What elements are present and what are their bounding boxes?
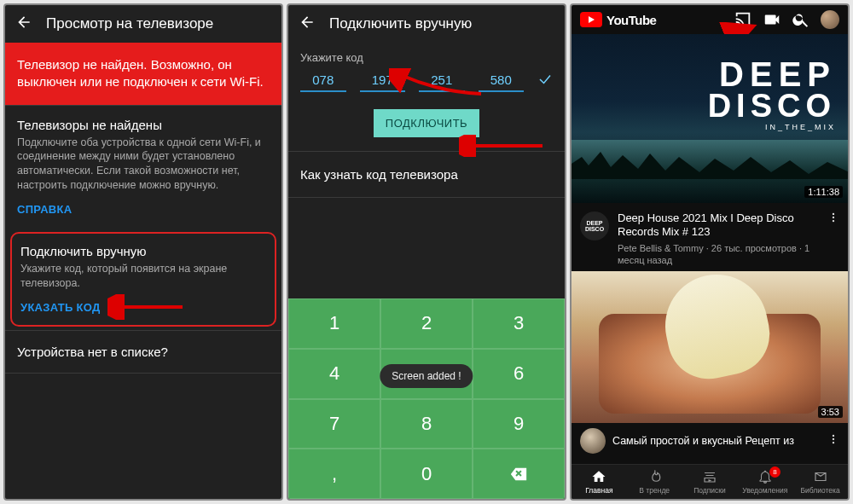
connect-button[interactable]: ПОДКЛЮЧИТЬ [374, 109, 479, 137]
youtube-top-bar: YouTube [572, 5, 848, 34]
video-info-row-2[interactable]: Самый простой и вкусный Рецепт из [572, 423, 848, 454]
duration-badge: 3:53 [818, 406, 843, 418]
section-body: Укажите код, который появится на экране … [20, 262, 266, 291]
video-title: Самый простой и вкусный Рецепт из [612, 435, 821, 447]
more-icon[interactable] [827, 433, 839, 449]
numeric-keypad: 1 2 3 4 5 6 7 8 9 , 0 [288, 298, 565, 499]
key-7[interactable]: 7 [288, 399, 380, 449]
key-9[interactable]: 9 [473, 399, 565, 449]
key-comma[interactable]: , [288, 449, 380, 499]
key-3[interactable]: 3 [473, 298, 565, 349]
phone-screen-2: Подключить вручную Укажите код 078 197 2… [287, 3, 566, 501]
key-2[interactable]: 2 [380, 298, 473, 349]
svg-point-5 [833, 442, 834, 443]
page-title: Просмотр на телевизоре [46, 15, 213, 32]
youtube-logo[interactable]: YouTube [580, 12, 656, 27]
brand-text: YouTube [606, 13, 656, 27]
back-icon[interactable] [299, 14, 316, 34]
code-input-row: 078 197 251 580 [300, 69, 553, 92]
field-label: Укажите код [300, 51, 553, 64]
code-field-4[interactable]: 580 [479, 69, 525, 92]
section-body: Подключите оба устройства к одной сети W… [17, 136, 270, 194]
silhouette-decoration [572, 148, 850, 179]
app-bar: Просмотр на телевизоре [5, 5, 281, 43]
video-title: Deep House 2021 Mix I Deep Disco Records… [618, 211, 819, 240]
search-icon[interactable] [792, 10, 810, 29]
section-title: Подключить вручную [20, 244, 266, 258]
check-icon [537, 72, 553, 90]
spacer [5, 373, 281, 499]
help-link[interactable]: СПРАВКА [17, 203, 72, 216]
svg-point-1 [833, 217, 834, 218]
svg-point-2 [833, 220, 834, 222]
code-field-3[interactable]: 251 [419, 69, 465, 92]
app-bar: Подключить вручную [288, 5, 565, 43]
section-title: Телевизоры не найдены [17, 118, 270, 132]
channel-avatar[interactable] [580, 428, 606, 454]
connect-manually-section[interactable]: Подключить вручную Укажите код, который … [10, 232, 276, 327]
nav-subscriptions[interactable]: Подписки [682, 465, 738, 499]
svg-point-4 [833, 438, 834, 440]
back-icon[interactable] [15, 14, 32, 34]
toast-message: Screen added ! [380, 364, 473, 388]
tv-not-found-section: Телевизоры не найдены Подключите оба уст… [5, 105, 281, 229]
nav-library[interactable]: Библиотека [792, 465, 848, 499]
code-field-1[interactable]: 078 [300, 69, 346, 92]
key-1[interactable]: 1 [288, 298, 380, 349]
video-thumbnail-1[interactable]: DEEP DISCO IN_THE_MIX 1:11:38 [572, 34, 848, 203]
key-backspace[interactable] [473, 449, 565, 499]
thumbnail-title-art: DEEP DISCO IN_THE_MIX [708, 58, 836, 131]
error-banner: Телевизор не найден. Возможно, он выключ… [5, 43, 281, 105]
more-icon[interactable] [827, 211, 839, 266]
how-to-find-code-row[interactable]: Как узнать код телевизора [288, 151, 565, 198]
svg-point-0 [833, 213, 834, 215]
code-entry-area: Укажите код 078 197 251 580 ПОДКЛЮЧИТЬ [288, 43, 565, 151]
account-avatar[interactable] [821, 10, 839, 29]
nav-home[interactable]: Главная [572, 465, 627, 499]
video-info-row[interactable]: DEEP DISCO Deep House 2021 Mix I Deep Di… [572, 203, 848, 271]
device-not-listed-row[interactable]: Устройства нет в списке? [5, 330, 281, 373]
bottom-navigation: Главная В тренде Подписки 8 Уведомления … [572, 464, 848, 499]
duration-badge: 1:11:38 [804, 186, 843, 198]
video-subtitle: Pete Bellis & Tommy · 26 тыс. просмотров… [618, 242, 819, 267]
key-0[interactable]: 0 [380, 449, 473, 499]
page-title: Подключить вручную [329, 15, 472, 32]
notification-badge: 8 [769, 466, 780, 478]
phone-screen-3: YouTube DEEP DISCO IN_THE_MIX 1:11:38 DE… [570, 3, 850, 501]
nav-notifications[interactable]: 8 Уведомления [737, 465, 792, 499]
code-field-2[interactable]: 197 [360, 69, 406, 92]
play-icon [580, 12, 602, 27]
key-4[interactable]: 4 [288, 349, 380, 399]
video-metadata: Deep House 2021 Mix I Deep Disco Records… [618, 211, 819, 266]
key-8[interactable]: 8 [380, 399, 473, 449]
phone-screen-1: Просмотр на телевизоре Телевизор не найд… [3, 3, 283, 501]
svg-point-3 [833, 435, 834, 437]
video-thumbnail-2[interactable]: 3:53 [572, 271, 848, 423]
nav-trending[interactable]: В тренде [627, 465, 682, 499]
key-6[interactable]: 6 [473, 349, 565, 399]
cast-icon[interactable] [734, 10, 752, 29]
camera-icon[interactable] [763, 10, 781, 29]
enter-code-link[interactable]: УКАЗАТЬ КОД [20, 301, 101, 314]
channel-avatar[interactable]: DEEP DISCO [580, 211, 609, 240]
annotation-arrow-icon [107, 294, 184, 320]
